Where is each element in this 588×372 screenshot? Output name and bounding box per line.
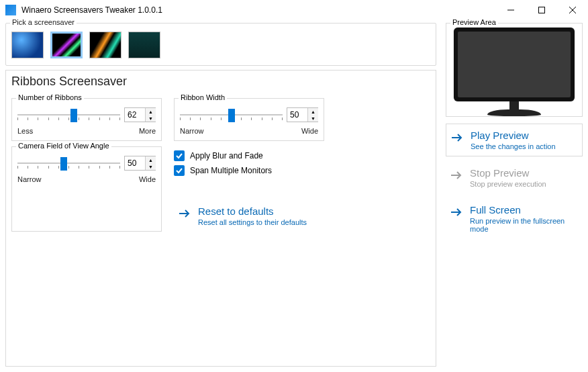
spin-up-icon[interactable]: ▲	[146, 108, 156, 115]
spin-width[interactable]: ▲ ▼	[287, 107, 318, 122]
spin-down-icon[interactable]: ▼	[146, 115, 156, 122]
spin-fov-input[interactable]	[125, 156, 145, 170]
minimize-button[interactable]	[495, 0, 526, 20]
minimize-icon	[507, 7, 514, 13]
spin-up-icon[interactable]: ▲	[308, 108, 318, 115]
spin-width-input[interactable]	[287, 108, 307, 122]
checkbox-blur[interactable]	[174, 150, 185, 161]
arrow-right-icon	[450, 169, 463, 182]
full-screen[interactable]: Full Screen Run preview in the fullscree…	[446, 199, 583, 238]
spin-number-input[interactable]	[125, 108, 145, 122]
group-number-of-ribbons: Number of Ribbons ▲ ▼	[11, 98, 162, 141]
section-title: Ribbons Screensaver	[11, 75, 430, 89]
spin-down-icon[interactable]: ▼	[308, 115, 318, 122]
arrow-right-icon	[450, 131, 464, 144]
monitor-icon	[454, 28, 575, 116]
slider-thumb-icon[interactable]	[60, 157, 67, 171]
check-icon	[176, 152, 183, 159]
checkbox-span[interactable]	[174, 165, 185, 176]
thumb-bubbles[interactable]	[11, 32, 44, 58]
close-button[interactable]	[557, 0, 588, 20]
settings-panel: Ribbons Screensaver Number of Ribbons	[5, 70, 436, 367]
spin-fov[interactable]: ▲ ▼	[124, 156, 156, 171]
preview-area: Preview Area	[446, 23, 583, 117]
screensaver-picker: Pick a screensaver	[5, 23, 436, 66]
close-icon	[569, 7, 576, 13]
checkbox-span-label: Span Multiple Monitors	[190, 166, 272, 175]
reset-to-defaults[interactable]: Reset to defaults Reset all settings to …	[174, 200, 324, 232]
thumb-ribbons[interactable]	[50, 32, 83, 58]
spin-down-icon[interactable]: ▼	[146, 163, 156, 170]
app-icon	[5, 5, 16, 15]
titlebar: Winaero Screensavers Tweaker 1.0.0.1	[0, 0, 588, 20]
thumb-mystify[interactable]	[89, 32, 121, 58]
window-title: Winaero Screensavers Tweaker 1.0.0.1	[21, 5, 495, 15]
arrow-right-icon	[450, 205, 463, 219]
slider-fov[interactable]	[17, 154, 120, 173]
maximize-icon	[538, 7, 545, 13]
group-ribbon-width: Ribbon Width ▲ ▼	[174, 98, 324, 141]
picker-legend: Pick a screensaver	[10, 18, 77, 26]
slider-thumb-icon[interactable]	[228, 109, 235, 122]
stop-preview: Stop Preview Stop preview execution	[446, 162, 583, 193]
check-icon	[176, 167, 183, 174]
spin-up-icon[interactable]: ▲	[146, 156, 156, 163]
play-preview[interactable]: Play Preview See the changes in action	[446, 124, 583, 156]
maximize-button[interactable]	[526, 0, 557, 20]
checkbox-blur-label: Apply Blur and Fade	[190, 151, 263, 160]
group-camera-fov: Camera Field of View Angle ▲ ▼	[11, 146, 162, 232]
slider-width[interactable]	[180, 105, 283, 124]
svg-rect-1	[539, 7, 545, 13]
slider-number[interactable]	[17, 105, 120, 124]
thumb-blank[interactable]	[128, 32, 160, 58]
spin-number[interactable]: ▲ ▼	[124, 107, 156, 122]
slider-thumb-icon[interactable]	[70, 109, 77, 122]
arrow-right-icon	[178, 207, 191, 220]
thumb-list	[11, 30, 430, 60]
